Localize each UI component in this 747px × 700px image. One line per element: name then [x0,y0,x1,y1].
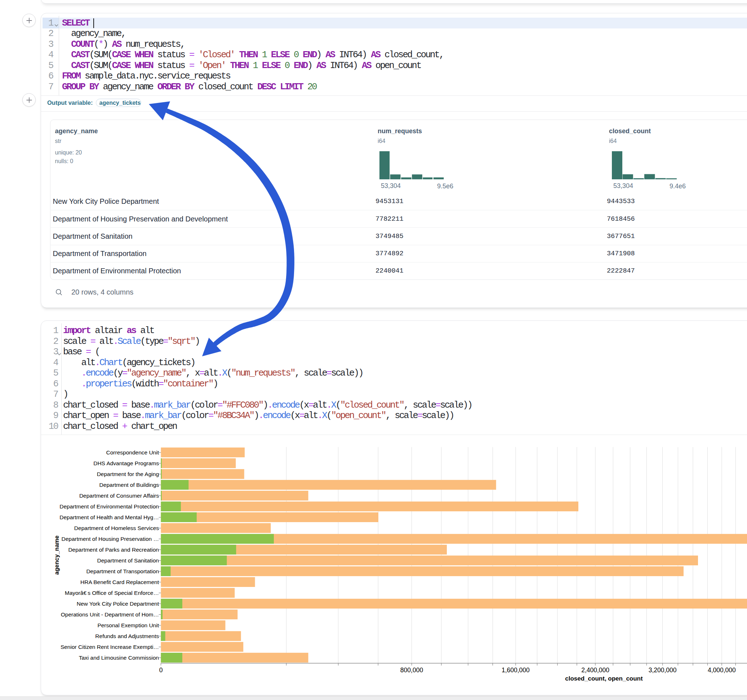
svg-text:DHS Advantage Programs: DHS Advantage Programs [93,460,159,466]
svg-text:Department of Transportation: Department of Transportation [86,568,159,574]
svg-text:Department of Housing Preserva: Department of Housing Preservation … [61,536,159,542]
svg-text:Senior Citizen Rent Increase E: Senior Citizen Rent Increase Exempti… [60,644,159,650]
svg-text:HRA Benefit Card Replacement: HRA Benefit Card Replacement [80,579,159,585]
svg-text:Department of Homeless Service: Department of Homeless Services [74,525,159,531]
svg-text:4,000,000: 4,000,000 [708,667,736,674]
svg-text:2,400,000: 2,400,000 [581,667,609,674]
svg-text:closed_count, open_count: closed_count, open_count [565,675,643,682]
svg-text:Department of Environmental Pr: Department of Environmental Protection [59,503,159,510]
svg-text:agency_name: agency_name [53,536,60,575]
svg-text:Refunds and Adjustments: Refunds and Adjustments [95,633,159,639]
svg-text:Department of Parks and Recrea: Department of Parks and Recreation [68,547,159,553]
svg-text:Department for the Aging: Department for the Aging [97,471,159,477]
svg-text:Department of Sanitation: Department of Sanitation [97,557,159,564]
svg-text:New York City Police Departmen: New York City Police Department [77,600,159,607]
svg-text:3,200,000: 3,200,000 [649,667,677,674]
svg-text:Personal Exemption Unit: Personal Exemption Unit [97,622,159,628]
svg-text:Taxi and Limousine Commission: Taxi and Limousine Commission [79,655,159,661]
svg-text:Operations Unit - Department o: Operations Unit - Department of Hom… [61,611,159,617]
svg-text:800,000: 800,000 [400,667,423,674]
svg-text:Department of Health and Menta: Department of Health and Mental Hyg… [59,514,159,520]
svg-text:1,600,000: 1,600,000 [502,667,530,674]
svg-text:0: 0 [159,667,163,674]
svg-text:Department of Consumer Affairs: Department of Consumer Affairs [79,493,159,499]
svg-text:Department of Buildings: Department of Buildings [100,482,159,488]
svg-text:Correspondence Unit: Correspondence Unit [106,450,159,456]
svg-text:Mayorâ€ s Office of Special En: Mayorâ€ s Office of Special Enforce… [65,590,159,596]
